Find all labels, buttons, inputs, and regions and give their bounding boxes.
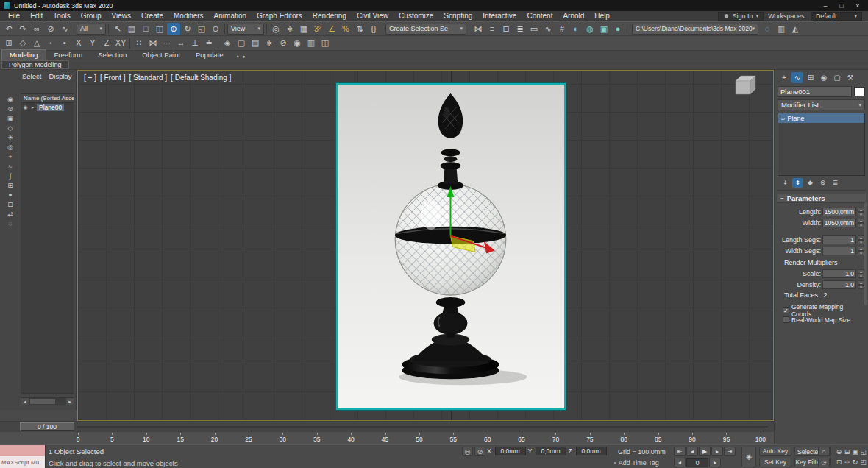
time-slider[interactable]: 0 / 100 (0, 421, 774, 431)
menu-group[interactable]: Group (76, 12, 107, 20)
named-views-icon[interactable]: ▥ (305, 37, 318, 49)
snap-to-vertex-icon[interactable]: ◇ (16, 37, 29, 49)
spinner[interactable]: ▴▾ (858, 247, 864, 255)
explorer-tab-select[interactable]: Select (22, 72, 41, 80)
scrollbar-track[interactable] (29, 398, 66, 405)
material-editor-icon[interactable]: ◐ (569, 23, 583, 35)
axis-constraint-y-icon[interactable]: Y (86, 37, 99, 49)
menu-help[interactable]: Help (589, 12, 615, 20)
select-by-name-icon[interactable]: ▤ (125, 23, 138, 35)
explorer-name-column-header[interactable]: Name (Sorted Asce (21, 94, 74, 103)
ribbon-tab-object-paint[interactable]: Object Paint (135, 50, 188, 60)
parameter-input[interactable]: 1050,0mm (822, 219, 856, 227)
menu-rendering[interactable]: Rendering (307, 12, 352, 20)
select-and-manipulate-icon[interactable]: ∗ (283, 23, 296, 35)
next-key-icon[interactable]: ▸ (709, 458, 721, 467)
object-color-swatch[interactable] (854, 87, 865, 96)
track-bar[interactable]: 0510152025303540455055606570758085909510… (0, 431, 774, 444)
orbit-icon[interactable]: ↻ (853, 458, 858, 466)
curve-editor-icon[interactable]: ∿ (541, 23, 555, 35)
parameter-input[interactable]: 1,0 (822, 280, 856, 289)
coordinate-input[interactable]: 0,0mm (576, 447, 607, 455)
coordinate-input[interactable]: 0,0mm (536, 447, 566, 455)
checkbox-icon[interactable]: ✓ (783, 307, 789, 313)
selection-lock-toggle-icon[interactable]: ⊘ (474, 447, 485, 456)
scroll-right-icon[interactable]: ▸ (66, 398, 74, 405)
menu-interactive[interactable]: Interactive (477, 12, 522, 20)
menu-civil-view[interactable]: Civil View (352, 12, 394, 20)
modifier-list-dropdown[interactable]: Modifier List ▾ (778, 99, 865, 110)
previous-frame-icon[interactable]: ◂ (686, 447, 698, 456)
explorer-find-icon[interactable]: ◌ (5, 219, 15, 228)
time-configuration-icon[interactable]: ◷ (818, 458, 830, 467)
modifier-stack[interactable]: ▱ Plane (778, 113, 865, 176)
viewport-pov-menu[interactable]: [ Front ] (100, 74, 125, 82)
rendered-frame-window-icon[interactable]: ▣ (597, 23, 611, 35)
render-in-cloud-icon[interactable]: ◌ (761, 23, 774, 35)
quick-align-icon[interactable]: ≐ (202, 37, 216, 49)
menu-scripting[interactable]: Scripting (438, 12, 477, 20)
menu-modifiers[interactable]: Modifiers (168, 12, 209, 20)
select-and-scale-icon[interactable]: ◱ (195, 23, 208, 35)
coordinate-input[interactable]: 0,0mm (495, 447, 526, 455)
sign-in-button[interactable]: ☻ Sign In ▾ (718, 12, 764, 21)
pin-stack-icon[interactable]: ↧ (780, 178, 791, 188)
ribbon-tab-freeform[interactable]: Freeform (47, 50, 90, 60)
unhide-all-icon[interactable]: ◉ (291, 37, 304, 49)
select-and-move-icon[interactable]: ⊕ (167, 23, 180, 35)
add-time-tag-button[interactable]: ◔ Add Time Tag (613, 459, 659, 467)
explorer-display-xrefs-icon[interactable]: ⊟ (5, 200, 15, 209)
spinner[interactable]: ▴▾ (858, 208, 864, 216)
parameter-input[interactable]: 1500,0mm (822, 208, 856, 216)
close-button[interactable]: × (851, 2, 864, 10)
make-unique-icon[interactable]: ◆ (805, 178, 816, 188)
spacing-tool-icon[interactable]: ⋯ (160, 37, 174, 49)
keyboard-shortcut-override-icon[interactable]: ▦ (297, 23, 310, 35)
spinner[interactable]: ▴▾ (858, 269, 864, 278)
zoom-icon[interactable]: ⊕ (836, 448, 842, 455)
select-and-place-icon[interactable]: ⊙ (209, 23, 222, 35)
display-panel-icon[interactable]: ▢ (831, 72, 843, 83)
modify-panel-icon[interactable]: ∿ (791, 72, 803, 83)
toggle-layer-explorer-icon[interactable]: ≣ (513, 23, 527, 35)
polygon-modeling-tab[interactable]: Polygon Modeling (1, 60, 69, 69)
configure-modifier-sets-icon[interactable]: ≣ (830, 178, 841, 188)
parameter-input[interactable]: 1 (822, 247, 856, 255)
align-icon[interactable]: ≡ (485, 23, 499, 35)
go-to-start-icon[interactable]: ⇤ (674, 447, 686, 456)
snap-to-edge-icon[interactable]: △ (30, 37, 43, 49)
autodesk-app-icon[interactable]: ◭ (789, 23, 802, 35)
explorer-display-shapes-icon[interactable]: ◇ (5, 124, 15, 132)
viewport-shading-menu[interactable]: [ Default Shading ] (171, 74, 231, 82)
select-and-rotate-icon[interactable]: ↻ (181, 23, 194, 35)
menu-customize[interactable]: Customize (394, 12, 438, 20)
explorer-display-all-icon[interactable]: ◉ (5, 95, 15, 104)
checkbox-icon[interactable] (783, 316, 789, 323)
project-folder-dropdown[interactable]: C:\Users\Diana\Documents\3ds Max 2020▾ (632, 24, 758, 35)
menu-file[interactable]: File (3, 12, 25, 20)
toggle-scene-explorer-icon[interactable]: ⊟ (499, 23, 513, 35)
render-production-icon[interactable]: ● (611, 23, 625, 35)
create-panel-icon[interactable]: + (778, 72, 790, 83)
explorer-display-containers-icon[interactable]: ⊞ (5, 181, 15, 190)
move-gizmo[interactable] (447, 186, 495, 253)
menu-arnold[interactable]: Arnold (558, 12, 589, 20)
axis-constraint-z-icon[interactable]: Z (100, 37, 113, 49)
schematic-view-icon[interactable]: # (555, 23, 569, 35)
menu-graph-editors[interactable]: Graph Editors (252, 12, 307, 20)
window-crossing-icon[interactable]: ◫ (153, 23, 166, 35)
menu-content[interactable]: Content (522, 12, 558, 20)
ribbon-tab-modeling[interactable]: Modeling (1, 49, 46, 60)
display-floater-icon[interactable]: ▢ (235, 37, 248, 49)
parameter-input[interactable]: 1 (822, 235, 856, 244)
bind-to-space-warp-icon[interactable]: ∿ (58, 23, 71, 35)
time-slider-handle[interactable]: 0 / 100 (20, 422, 74, 431)
snap-to-endpoint-icon[interactable]: ▪ (58, 37, 71, 49)
utilities-panel-icon[interactable]: ⚒ (844, 72, 856, 83)
normal-align-icon[interactable]: ⊥ (188, 37, 202, 49)
maxscript-mini-listener[interactable]: MAXScript Mu (0, 445, 46, 468)
remove-modifier-icon[interactable]: ⊗ (817, 178, 828, 188)
hierarchy-panel-icon[interactable]: ⊞ (805, 72, 817, 83)
reference-coordinate-dropdown[interactable]: View▾ (227, 24, 264, 35)
freeze-selection-icon[interactable]: ∗ (263, 37, 276, 49)
